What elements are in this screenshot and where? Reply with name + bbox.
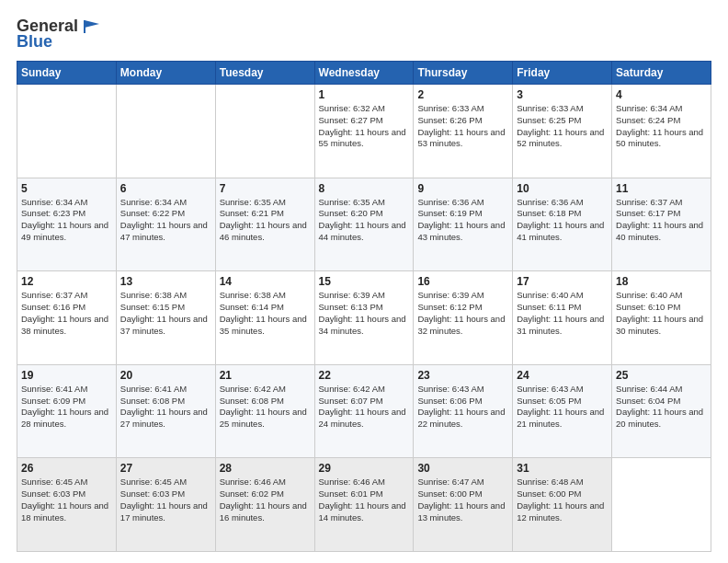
cell-info: Sunrise: 6:35 AM Sunset: 6:21 PM Dayligh…: [220, 197, 311, 244]
cell-info: Sunrise: 6:46 AM Sunset: 6:02 PM Dayligh…: [220, 477, 311, 523]
calendar-cell: [215, 85, 314, 178]
svg-marker-0: [85, 20, 99, 28]
calendar-cell: 11Sunrise: 6:37 AM Sunset: 6:17 PM Dayli…: [612, 178, 711, 271]
calendar-cell: 9Sunrise: 6:36 AM Sunset: 6:19 PM Daylig…: [414, 178, 513, 271]
day-number: 23: [417, 369, 508, 382]
calendar-cell: 15Sunrise: 6:39 AM Sunset: 6:13 PM Dayli…: [314, 271, 414, 365]
cell-info: Sunrise: 6:43 AM Sunset: 6:05 PM Dayligh…: [517, 384, 608, 431]
day-number: 6: [120, 182, 211, 195]
day-number: 4: [616, 88, 707, 101]
cell-info: Sunrise: 6:34 AM Sunset: 6:23 PM Dayligh…: [21, 197, 112, 244]
calendar-header-thursday: Thursday: [414, 62, 513, 85]
calendar-cell: 23Sunrise: 6:43 AM Sunset: 6:06 PM Dayli…: [414, 364, 513, 458]
cell-info: Sunrise: 6:42 AM Sunset: 6:08 PM Dayligh…: [220, 384, 311, 431]
cell-info: Sunrise: 6:45 AM Sunset: 6:03 PM Dayligh…: [120, 477, 211, 523]
calendar-cell: [612, 458, 711, 552]
day-number: 25: [616, 369, 707, 382]
calendar-cell: 17Sunrise: 6:40 AM Sunset: 6:11 PM Dayli…: [513, 271, 612, 365]
cell-info: Sunrise: 6:36 AM Sunset: 6:18 PM Dayligh…: [517, 197, 608, 244]
cell-info: Sunrise: 6:39 AM Sunset: 6:13 PM Dayligh…: [319, 290, 410, 337]
cell-info: Sunrise: 6:41 AM Sunset: 6:08 PM Dayligh…: [120, 384, 211, 431]
day-number: 26: [21, 462, 112, 475]
day-number: 7: [220, 182, 311, 195]
cell-info: Sunrise: 6:46 AM Sunset: 6:01 PM Dayligh…: [319, 477, 410, 523]
day-number: 29: [319, 462, 410, 475]
calendar-cell: 19Sunrise: 6:41 AM Sunset: 6:09 PM Dayli…: [17, 364, 117, 458]
calendar-cell: 7Sunrise: 6:35 AM Sunset: 6:21 PM Daylig…: [215, 178, 314, 271]
day-number: 14: [220, 275, 311, 288]
calendar-cell: 30Sunrise: 6:47 AM Sunset: 6:00 PM Dayli…: [414, 458, 513, 552]
calendar-cell: 14Sunrise: 6:38 AM Sunset: 6:14 PM Dayli…: [215, 271, 314, 365]
cell-info: Sunrise: 6:42 AM Sunset: 6:07 PM Dayligh…: [319, 384, 410, 431]
day-number: 31: [517, 462, 608, 475]
cell-info: Sunrise: 6:35 AM Sunset: 6:20 PM Dayligh…: [319, 197, 410, 244]
cell-info: Sunrise: 6:36 AM Sunset: 6:19 PM Dayligh…: [417, 197, 508, 244]
cell-info: Sunrise: 6:38 AM Sunset: 6:14 PM Dayligh…: [220, 290, 311, 337]
calendar-header-saturday: Saturday: [612, 62, 711, 85]
calendar-week-row: 19Sunrise: 6:41 AM Sunset: 6:09 PM Dayli…: [17, 364, 711, 458]
calendar-cell: 1Sunrise: 6:32 AM Sunset: 6:27 PM Daylig…: [314, 85, 414, 178]
cell-info: Sunrise: 6:43 AM Sunset: 6:06 PM Dayligh…: [417, 384, 508, 431]
calendar-cell: 27Sunrise: 6:45 AM Sunset: 6:03 PM Dayli…: [116, 458, 215, 552]
day-number: 5: [21, 182, 112, 195]
header: General Blue: [17, 17, 711, 52]
calendar-header-sunday: Sunday: [17, 62, 117, 85]
calendar-header-friday: Friday: [513, 62, 612, 85]
day-number: 1: [319, 88, 410, 101]
day-number: 27: [120, 462, 211, 475]
page: General Blue SundayMondayTuesdayWednesda…: [0, 0, 728, 563]
day-number: 10: [517, 182, 608, 195]
calendar-cell: [116, 85, 215, 178]
day-number: 2: [417, 88, 508, 101]
calendar-cell: 24Sunrise: 6:43 AM Sunset: 6:05 PM Dayli…: [513, 364, 612, 458]
logo: General Blue: [17, 17, 101, 52]
calendar-cell: 29Sunrise: 6:46 AM Sunset: 6:01 PM Dayli…: [314, 458, 414, 552]
day-number: 11: [616, 182, 707, 195]
calendar-cell: 10Sunrise: 6:36 AM Sunset: 6:18 PM Dayli…: [513, 178, 612, 271]
calendar-cell: 25Sunrise: 6:44 AM Sunset: 6:04 PM Dayli…: [612, 364, 711, 458]
day-number: 20: [120, 369, 211, 382]
calendar-header-wednesday: Wednesday: [314, 62, 414, 85]
cell-info: Sunrise: 6:48 AM Sunset: 6:00 PM Dayligh…: [517, 477, 608, 523]
calendar-cell: 21Sunrise: 6:42 AM Sunset: 6:08 PM Dayli…: [215, 364, 314, 458]
day-number: 16: [417, 275, 508, 288]
calendar-cell: 20Sunrise: 6:41 AM Sunset: 6:08 PM Dayli…: [116, 364, 215, 458]
day-number: 28: [220, 462, 311, 475]
logo-blue: Blue: [17, 32, 52, 52]
day-number: 30: [417, 462, 508, 475]
cell-info: Sunrise: 6:33 AM Sunset: 6:26 PM Dayligh…: [417, 103, 508, 150]
day-number: 15: [319, 275, 410, 288]
cell-info: Sunrise: 6:40 AM Sunset: 6:11 PM Dayligh…: [517, 290, 608, 337]
calendar-cell: 4Sunrise: 6:34 AM Sunset: 6:24 PM Daylig…: [612, 85, 711, 178]
day-number: 3: [517, 88, 608, 101]
calendar-cell: 26Sunrise: 6:45 AM Sunset: 6:03 PM Dayli…: [17, 458, 117, 552]
cell-info: Sunrise: 6:37 AM Sunset: 6:16 PM Dayligh…: [21, 290, 112, 337]
day-number: 24: [517, 369, 608, 382]
day-number: 12: [21, 275, 112, 288]
cell-info: Sunrise: 6:47 AM Sunset: 6:00 PM Dayligh…: [417, 477, 508, 523]
calendar-cell: 16Sunrise: 6:39 AM Sunset: 6:12 PM Dayli…: [414, 271, 513, 365]
cell-info: Sunrise: 6:37 AM Sunset: 6:17 PM Dayligh…: [616, 197, 707, 244]
calendar-week-row: 26Sunrise: 6:45 AM Sunset: 6:03 PM Dayli…: [17, 458, 711, 552]
cell-info: Sunrise: 6:44 AM Sunset: 6:04 PM Dayligh…: [616, 384, 707, 431]
cell-info: Sunrise: 6:40 AM Sunset: 6:10 PM Dayligh…: [616, 290, 707, 337]
cell-info: Sunrise: 6:38 AM Sunset: 6:15 PM Dayligh…: [120, 290, 211, 337]
calendar-week-row: 5Sunrise: 6:34 AM Sunset: 6:23 PM Daylig…: [17, 178, 711, 271]
calendar-cell: 31Sunrise: 6:48 AM Sunset: 6:00 PM Dayli…: [513, 458, 612, 552]
calendar-cell: 18Sunrise: 6:40 AM Sunset: 6:10 PM Dayli…: [612, 271, 711, 365]
logo-flag-icon: [81, 18, 101, 35]
cell-info: Sunrise: 6:32 AM Sunset: 6:27 PM Dayligh…: [319, 103, 410, 150]
cell-info: Sunrise: 6:34 AM Sunset: 6:24 PM Dayligh…: [616, 103, 707, 150]
calendar-cell: 28Sunrise: 6:46 AM Sunset: 6:02 PM Dayli…: [215, 458, 314, 552]
day-number: 19: [21, 369, 112, 382]
calendar-header-monday: Monday: [116, 62, 215, 85]
day-number: 8: [319, 182, 410, 195]
day-number: 18: [616, 275, 707, 288]
calendar-cell: [17, 85, 117, 178]
calendar-table: SundayMondayTuesdayWednesdayThursdayFrid…: [17, 61, 711, 552]
cell-info: Sunrise: 6:41 AM Sunset: 6:09 PM Dayligh…: [21, 384, 112, 431]
calendar-cell: 12Sunrise: 6:37 AM Sunset: 6:16 PM Dayli…: [17, 271, 117, 365]
day-number: 9: [417, 182, 508, 195]
day-number: 21: [220, 369, 311, 382]
calendar-cell: 5Sunrise: 6:34 AM Sunset: 6:23 PM Daylig…: [17, 178, 117, 271]
